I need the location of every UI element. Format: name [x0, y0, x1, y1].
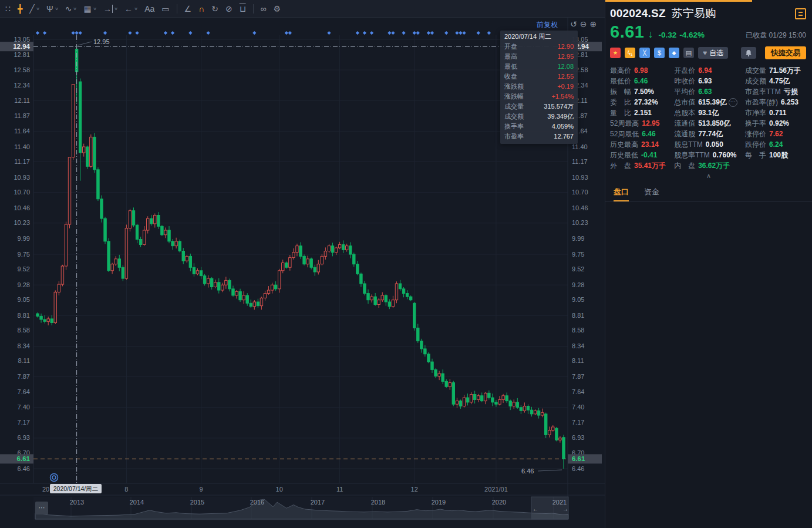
svg-text:13.05: 13.05: [14, 36, 30, 43]
tab-盘口[interactable]: 盘口: [614, 184, 629, 201]
badge-row: ★ϟ₁╳$◆▤ ♥ 自选 快捷交易: [605, 42, 812, 59]
stat-最低价: 最低价6.46: [610, 76, 671, 86]
trendline-tool[interactable]: ╱∨: [26, 2, 43, 16]
svg-text:8.11: 8.11: [18, 357, 30, 364]
svg-text:11.17: 11.17: [14, 158, 30, 165]
svg-text:2017: 2017: [311, 499, 325, 506]
chevron-down-icon: ∨: [114, 6, 118, 11]
f10-notes-icon[interactable]: ▤: [683, 48, 694, 58]
zoom-in-icon[interactable]: ⊕: [589, 19, 597, 29]
pattern-tool[interactable]: ▦∨: [80, 2, 100, 16]
news-panel-icon[interactable]: [795, 8, 806, 19]
hide-drawings-tool[interactable]: ⊘: [222, 2, 236, 16]
svg-text:7.17: 7.17: [18, 419, 30, 426]
svg-text:12.81: 12.81: [14, 51, 30, 58]
continuous-drawing-tool[interactable]: ↻: [208, 2, 222, 16]
hide-drawings-tool-icon: ⊘: [225, 5, 233, 13]
svg-text:10.23: 10.23: [14, 219, 30, 226]
chevron-down-icon: ∨: [36, 6, 40, 11]
stat-52周最低: 52周最低6.46: [610, 129, 671, 139]
svg-text:11: 11: [336, 486, 343, 493]
quick-trade-button[interactable]: 快捷交易: [765, 46, 806, 59]
svg-text:7.87: 7.87: [572, 373, 584, 380]
tag-icon[interactable]: ◆: [669, 48, 679, 58]
comment-tool[interactable]: ▭: [158, 2, 173, 16]
ohlc-tooltip: 2020/07/14 周二 开盘12.90最高12.95最低12.08收盘12.…: [500, 31, 578, 144]
stat-市盈率(静): 市盈率(静)6.253: [745, 97, 808, 107]
stat-跌停价: 跌停价6.24: [745, 139, 808, 150]
svg-text:11.17: 11.17: [572, 158, 588, 165]
stat-历史最高: 历史最高23.14: [610, 139, 671, 150]
more-info-icon[interactable]: ⋯: [729, 98, 737, 107]
drag-grip-icon: ∷: [5, 5, 11, 13]
navigator-right-handle[interactable]: →: [562, 506, 568, 512]
svg-text:11.40: 11.40: [572, 143, 588, 150]
text-tool[interactable]: Aa: [141, 2, 158, 16]
stat-市盈率TTM: 市盈率TTM亏损: [745, 86, 808, 97]
navigator-left-handle[interactable]: ←: [533, 506, 538, 512]
svg-text:8.81: 8.81: [18, 312, 30, 319]
arrow-tool[interactable]: ←∨: [121, 2, 141, 16]
svg-text:7.87: 7.87: [18, 373, 30, 380]
svg-text:2016: 2016: [250, 499, 264, 506]
move-tool[interactable]: ╋: [14, 2, 26, 16]
chevron-down-icon: ∨: [134, 6, 138, 11]
stat-内盘: 内 盘36.62万手: [674, 160, 742, 171]
zoom-out-icon[interactable]: ⊖: [580, 19, 587, 29]
svg-text:10.46: 10.46: [14, 204, 30, 211]
magnet-tool[interactable]: ∩: [195, 2, 208, 16]
drag-grip[interactable]: ∷: [2, 2, 14, 16]
tooltip-date: 2020/07/14 周二: [504, 31, 574, 42]
stat-52周最高: 52周最高12.95: [610, 118, 671, 129]
tooltip-row: 成交额39.349亿: [504, 112, 574, 122]
chevron-down-icon: ∨: [73, 6, 77, 11]
tooltip-row: 最高12.95: [504, 52, 574, 62]
svg-text:10.70: 10.70: [14, 189, 30, 196]
svg-text:12.11: 12.11: [14, 97, 30, 104]
market-status: 已收盘 01/29 15:00: [746, 31, 806, 41]
stat-外盘: 外 盘35.41万手: [610, 160, 671, 171]
dollar-icon[interactable]: $: [654, 48, 665, 58]
price-alert-button[interactable]: [741, 47, 756, 59]
margin-icon[interactable]: ╳: [639, 48, 650, 58]
svg-text:2015: 2015: [190, 499, 204, 506]
wave-tool[interactable]: ∿∨: [62, 2, 80, 16]
quote-stats: 最高价6.98最低价6.46振 幅7.50%委 比27.32%量 比2.1515…: [605, 59, 812, 171]
tooltip-row: 市盈率12.767: [504, 132, 574, 142]
cn-market-icon[interactable]: ★: [610, 48, 621, 58]
delete-drawings-tool[interactable]: ⊔: [236, 2, 250, 16]
chart-region: 12.956.4613.0513.0512.8112.8112.5812.581…: [0, 18, 605, 528]
drawing-toolbar: ∷╋╱∨Ψ∨∿∨▦∨→∨←∨Aa▭∠∩↻⊘⊔∞⚙: [0, 0, 605, 18]
chart-settings-tool-icon: ⚙: [274, 5, 281, 13]
angle-tool[interactable]: ∠: [181, 2, 196, 16]
price-adjust-mode-link[interactable]: 前复权: [537, 20, 558, 30]
svg-text:12.58: 12.58: [14, 66, 30, 73]
collapse-stats-button[interactable]: ∧: [605, 172, 812, 180]
tooltip-row: 最低12.08: [504, 62, 574, 72]
svg-text:10: 10: [276, 486, 283, 493]
stat-流通值: 流通值513.850亿: [674, 118, 742, 129]
svg-text:9: 9: [199, 486, 203, 493]
wave-tool-icon: ∿: [65, 5, 72, 13]
object-tree-tool[interactable]: ∞: [257, 2, 270, 16]
pitchfork-tool[interactable]: Ψ∨: [43, 2, 62, 16]
svg-text:9.75: 9.75: [18, 251, 30, 258]
svg-text:9.28: 9.28: [572, 281, 584, 288]
level1-quote-icon[interactable]: ϟ₁: [625, 48, 635, 58]
svg-text:⋯: ⋯: [39, 504, 45, 511]
tab-资金[interactable]: 资金: [644, 184, 659, 201]
svg-text:6.61: 6.61: [17, 455, 31, 462]
bell-icon: [745, 49, 752, 57]
stock-name: 苏宁易购: [672, 6, 716, 21]
panel-tab-content: [605, 202, 812, 528]
measure-tool[interactable]: →∨: [100, 2, 121, 16]
undo-icon[interactable]: ↺: [570, 19, 577, 29]
stat-股息率TTM: 股息率TTM0.760%: [674, 150, 742, 160]
chart-zoom-controls: ↺⊖⊕: [570, 19, 597, 29]
down-arrow-icon: ↓: [648, 28, 653, 41]
svg-text:9.05: 9.05: [18, 296, 30, 303]
panel-tabs: 盘口资金: [605, 184, 812, 202]
stat-振幅: 振 幅7.50%: [610, 86, 671, 97]
add-watchlist-button[interactable]: ♥ 自选: [698, 47, 728, 59]
chart-settings-tool[interactable]: ⚙: [270, 2, 285, 16]
